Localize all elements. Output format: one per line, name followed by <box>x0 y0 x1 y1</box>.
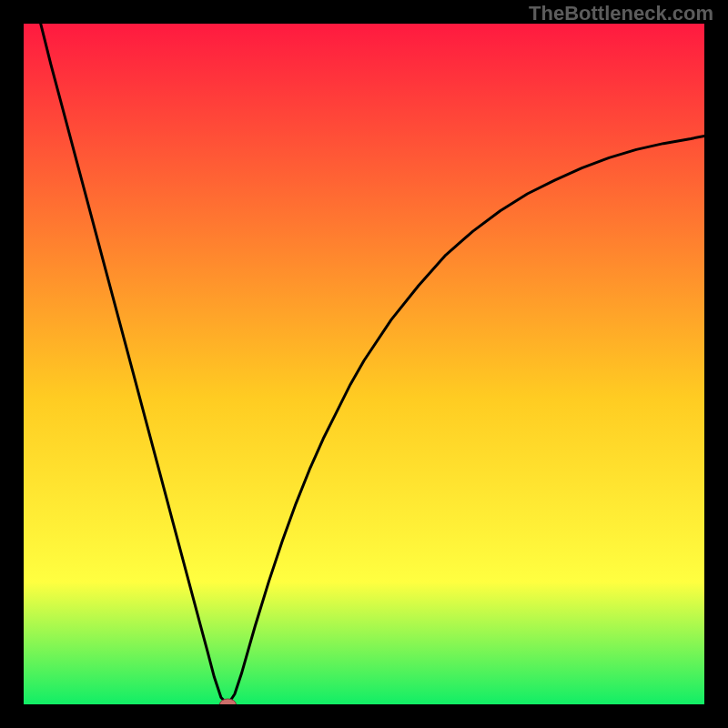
gradient-background <box>24 24 704 704</box>
chart-container: TheBottleneck.com <box>0 0 728 728</box>
chart-svg <box>24 24 704 704</box>
plot-area <box>24 24 704 704</box>
watermark-text: TheBottleneck.com <box>529 2 713 25</box>
